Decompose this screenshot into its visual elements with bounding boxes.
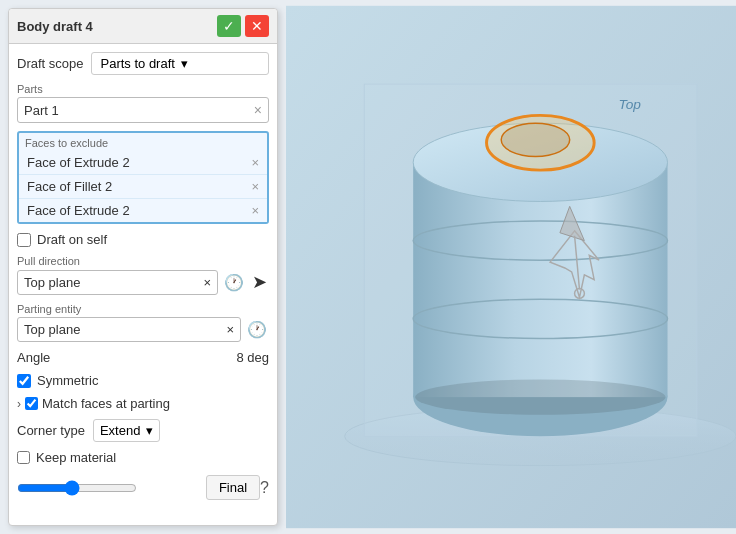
face-item-1[interactable]: Face of Extrude 2 × bbox=[19, 151, 267, 175]
selected-face-inner bbox=[501, 123, 569, 156]
face-item-2-remove[interactable]: × bbox=[251, 179, 259, 194]
face-item-3[interactable]: Face of Extrude 2 × bbox=[19, 199, 267, 222]
draft-scope-select[interactable]: Parts to draft ▾ bbox=[91, 52, 269, 75]
pull-direction-row: Pull direction Top plane × 🕐 ➤ bbox=[17, 255, 269, 295]
parts-input[interactable]: × bbox=[17, 97, 269, 123]
parts-clear-icon[interactable]: × bbox=[254, 102, 262, 118]
parts-field: Parts × bbox=[17, 83, 269, 123]
angle-label: Angle bbox=[17, 350, 50, 365]
corner-type-value: Extend bbox=[100, 423, 140, 438]
draft-on-self-checkbox[interactable] bbox=[17, 233, 31, 247]
faces-to-exclude-label: Faces to exclude bbox=[19, 133, 267, 151]
angle-value: 8 deg bbox=[236, 350, 269, 365]
cancel-button[interactable]: ✕ bbox=[245, 15, 269, 37]
top-label: Top bbox=[619, 97, 642, 112]
parts-input-field[interactable] bbox=[24, 103, 250, 118]
corner-type-row: Corner type Extend ▾ bbox=[17, 419, 269, 442]
viewport: Top bbox=[286, 0, 736, 534]
parting-entity-label: Parting entity bbox=[17, 303, 269, 315]
face-item-2[interactable]: Face of Fillet 2 × bbox=[19, 175, 267, 199]
symmetric-label: Symmetric bbox=[37, 373, 98, 388]
parting-entity-clear[interactable]: × bbox=[226, 322, 234, 337]
parting-entity-clock-icon[interactable]: 🕐 bbox=[245, 318, 269, 341]
parting-entity-input[interactable]: Top plane × bbox=[17, 317, 241, 342]
cyl-shadow bbox=[415, 380, 665, 415]
slider-wrapper bbox=[17, 480, 206, 496]
symmetric-checkbox[interactable] bbox=[17, 374, 31, 388]
pull-direction-label: Pull direction bbox=[17, 255, 269, 267]
match-faces-row: › Match faces at parting bbox=[17, 396, 269, 411]
match-faces-checkbox[interactable] bbox=[25, 397, 38, 410]
parting-entity-row: Parting entity Top plane × 🕐 bbox=[17, 303, 269, 342]
pull-direction-clock-icon[interactable]: 🕐 bbox=[222, 271, 246, 294]
angle-row: Angle 8 deg bbox=[17, 350, 269, 365]
panel-title: Body draft 4 bbox=[17, 19, 93, 34]
draft-on-self-label: Draft on self bbox=[37, 232, 107, 247]
draft-scope-value: Parts to draft bbox=[100, 56, 174, 71]
keep-material-checkbox[interactable] bbox=[17, 451, 30, 464]
viewport-svg: Top bbox=[286, 0, 736, 534]
draft-scope-row: Draft scope Parts to draft ▾ bbox=[17, 52, 269, 75]
panel-header: Body draft 4 ✓ ✕ bbox=[9, 9, 277, 44]
face-item-1-text: Face of Extrude 2 bbox=[27, 155, 130, 170]
header-buttons: ✓ ✕ bbox=[217, 15, 269, 37]
match-faces-label: Match faces at parting bbox=[42, 396, 170, 411]
keep-material-label: Keep material bbox=[36, 450, 116, 465]
pull-direction-value: Top plane bbox=[24, 275, 80, 290]
final-button[interactable]: Final bbox=[206, 475, 260, 500]
panel-body: Draft scope Parts to draft ▾ Parts × Fac… bbox=[9, 44, 277, 525]
face-item-3-remove[interactable]: × bbox=[251, 203, 259, 218]
parts-label: Parts bbox=[17, 83, 269, 95]
draft-scope-dropdown-icon: ▾ bbox=[181, 56, 188, 71]
match-faces-chevron[interactable]: › bbox=[17, 397, 21, 411]
pull-direction-clear[interactable]: × bbox=[203, 275, 211, 290]
pull-direction-wrapper: Top plane × 🕐 ➤ bbox=[17, 269, 269, 295]
face-item-2-text: Face of Fillet 2 bbox=[27, 179, 112, 194]
corner-type-label: Corner type bbox=[17, 423, 85, 438]
draft-slider[interactable] bbox=[17, 480, 137, 496]
face-item-3-text: Face of Extrude 2 bbox=[27, 203, 130, 218]
parting-entity-value: Top plane bbox=[24, 322, 80, 337]
pull-direction-input[interactable]: Top plane × bbox=[17, 270, 218, 295]
parting-entity-wrapper: Top plane × 🕐 bbox=[17, 317, 269, 342]
face-item-1-remove[interactable]: × bbox=[251, 155, 259, 170]
draft-scope-label: Draft scope bbox=[17, 56, 83, 71]
confirm-button[interactable]: ✓ bbox=[217, 15, 241, 37]
body-draft-panel: Body draft 4 ✓ ✕ Draft scope Parts to dr… bbox=[8, 8, 278, 526]
corner-type-dropdown-icon: ▾ bbox=[146, 423, 153, 438]
corner-type-select[interactable]: Extend ▾ bbox=[93, 419, 160, 442]
pull-direction-flip-icon[interactable]: ➤ bbox=[250, 269, 269, 295]
symmetric-row: Symmetric bbox=[17, 373, 269, 388]
slider-row: Final ? bbox=[17, 475, 269, 500]
keep-material-row: Keep material bbox=[17, 450, 269, 465]
help-button[interactable]: ? bbox=[260, 479, 269, 497]
draft-on-self-row: Draft on self bbox=[17, 232, 269, 247]
faces-to-exclude-section: Faces to exclude Face of Extrude 2 × Fac… bbox=[17, 131, 269, 224]
